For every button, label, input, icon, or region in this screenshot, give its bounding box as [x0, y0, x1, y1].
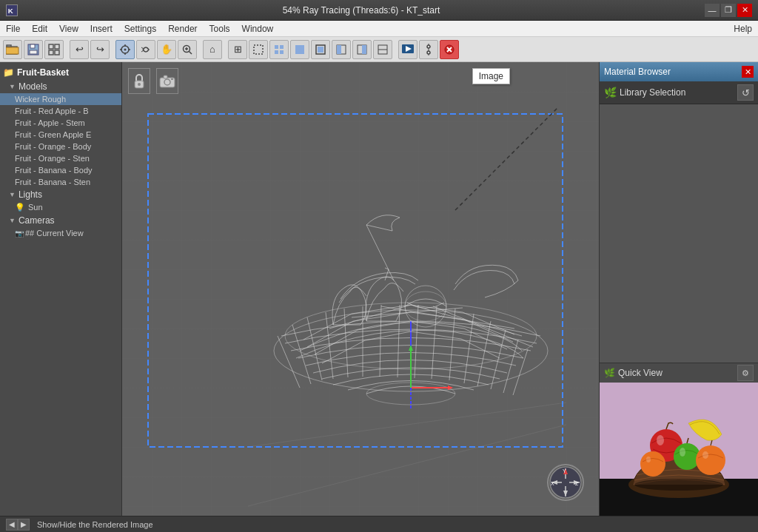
zoom-button[interactable]: [178, 40, 197, 59]
scene-item-orange-body[interactable]: Fruit - Orange - Body: [0, 141, 121, 152]
svg-point-54: [285, 303, 537, 369]
render-options-btn[interactable]: [419, 40, 438, 59]
status-bar: ◀ ▶ Show/Hide the Rendered Image: [0, 516, 758, 532]
svg-text:X: X: [551, 481, 554, 486]
menu-file[interactable]: File: [0, 22, 26, 36]
scene-item-sun[interactable]: 💡Sun: [0, 201, 121, 214]
scene-root-label[interactable]: 📁 Fruit-Basket: [0, 65, 121, 80]
material-browser-header: Material Browser ✕: [600, 62, 758, 81]
render-btn5[interactable]: [352, 40, 372, 59]
svg-line-79: [381, 306, 514, 329]
svg-line-57: [307, 317, 322, 380]
render-btn4[interactable]: [332, 40, 351, 59]
svg-rect-7: [30, 50, 37, 54]
props-button[interactable]: [44, 40, 64, 59]
menu-view[interactable]: View: [53, 22, 84, 36]
app-logo: K: [6, 4, 18, 16]
svg-line-63: [415, 305, 418, 378]
orbit-button[interactable]: [136, 40, 155, 59]
library-icon: 🌿: [604, 87, 617, 98]
menu-render[interactable]: Render: [162, 22, 203, 36]
svg-line-82: [248, 425, 566, 506]
svg-rect-9: [55, 44, 59, 49]
minimize-button[interactable]: —: [705, 4, 720, 17]
svg-rect-24: [280, 45, 284, 49]
scene-item-current-view[interactable]: 📷## Current View: [0, 227, 121, 239]
open-button[interactable]: [3, 40, 22, 59]
material-grid[interactable]: [600, 104, 758, 363]
stop-render-btn[interactable]: [440, 40, 459, 59]
svg-rect-22: [254, 45, 263, 54]
svg-line-56: [292, 325, 311, 384]
pan-button[interactable]: ✋: [157, 40, 176, 59]
quickview-settings-btn[interactable]: ⚙: [737, 365, 754, 381]
image-tooltip-text: Image: [479, 71, 503, 81]
svg-point-106: [646, 457, 651, 462]
render-btn3[interactable]: [311, 40, 330, 59]
render-region-btn[interactable]: [249, 40, 268, 59]
save-button[interactable]: [24, 40, 43, 59]
root-name: Fruit-Basket: [17, 67, 69, 78]
svg-text:Y: Y: [563, 468, 566, 474]
cameras-group: ▼ Cameras 📷## Current View: [0, 214, 121, 239]
models-label: Models: [19, 81, 47, 92]
redo-button[interactable]: ↪: [90, 40, 110, 59]
scene-item-wicker[interactable]: Wicker Rough: [0, 93, 121, 105]
lock-icon[interactable]: [128, 68, 150, 94]
title-bar: K 54% Ray Tracing (Threads:6) - KT_start…: [0, 0, 758, 21]
menu-settings[interactable]: Settings: [118, 22, 162, 36]
menu-insert[interactable]: Insert: [84, 22, 118, 36]
scene-item-orange-stem[interactable]: Fruit - Orange - Sten: [0, 152, 121, 164]
close-button[interactable]: ✕: [737, 4, 752, 17]
scene-item-apple-green[interactable]: Fruit - Green Apple E: [0, 129, 121, 141]
render-btn1[interactable]: [269, 40, 289, 59]
menu-edit[interactable]: Edit: [26, 22, 53, 36]
select-button[interactable]: [115, 40, 135, 59]
scene-render-btn[interactable]: [398, 40, 417, 59]
svg-text:Z: Z: [575, 481, 579, 486]
svg-point-73: [405, 292, 446, 321]
svg-rect-33: [362, 45, 366, 54]
quickview-render-svg: [600, 383, 758, 516]
svg-line-66: [464, 314, 474, 383]
scene-item-apple-red[interactable]: Fruit - Red Apple - B: [0, 105, 121, 117]
lights-group-label[interactable]: ▼ Lights: [0, 188, 121, 201]
scene-item-banana-stem[interactable]: Fruit - Banana - Sten: [0, 176, 121, 188]
material-browser-close[interactable]: ✕: [742, 66, 754, 78]
scene-panel: 📁 Fruit-Basket ▼ Models Wicker Rough Fru…: [0, 62, 122, 516]
undo-button[interactable]: ↩: [70, 40, 89, 59]
scroll-right-btn[interactable]: ▶: [18, 519, 30, 531]
scene-item-apple-stem[interactable]: Fruit - Apple - Stem: [0, 117, 121, 129]
models-group-label[interactable]: ▼ Models: [0, 80, 121, 93]
svg-point-107: [634, 479, 723, 491]
render-btn6[interactable]: [373, 40, 392, 59]
quickview-label: Quick View: [618, 368, 663, 378]
svg-rect-4: [6, 47, 19, 54]
svg-rect-29: [318, 47, 323, 53]
scene-item-banana-body[interactable]: Fruit - Banana - Body: [0, 164, 121, 176]
svg-line-64: [432, 306, 437, 379]
svg-rect-8: [49, 44, 53, 49]
menu-window[interactable]: Window: [236, 22, 280, 36]
svg-point-71: [366, 383, 455, 405]
cameras-group-label[interactable]: ▼ Cameras: [0, 214, 121, 227]
camera-render-icon[interactable]: [156, 68, 178, 94]
svg-point-105: [640, 451, 665, 477]
pointer-line: [455, 107, 559, 210]
root-icon: 📁: [3, 67, 14, 78]
scroll-left-btn[interactable]: ◀: [6, 519, 18, 531]
menu-tools[interactable]: Tools: [204, 22, 236, 36]
render-btn2[interactable]: [290, 40, 309, 59]
viewport-icons: [128, 68, 178, 94]
svg-rect-27: [295, 45, 304, 54]
menu-help[interactable]: Help: [728, 22, 758, 36]
svg-point-39: [427, 51, 430, 54]
restore-button[interactable]: ❐: [721, 4, 736, 17]
svg-marker-76: [409, 345, 413, 351]
refresh-button[interactable]: ↺: [737, 84, 754, 101]
nav-compass[interactable]: Y X Z: [547, 464, 584, 501]
layers-btn[interactable]: ⊞: [228, 40, 247, 59]
viewport[interactable]: Image Y X Z: [122, 62, 599, 516]
home-button[interactable]: ⌂: [203, 40, 222, 59]
svg-point-53: [274, 310, 548, 391]
